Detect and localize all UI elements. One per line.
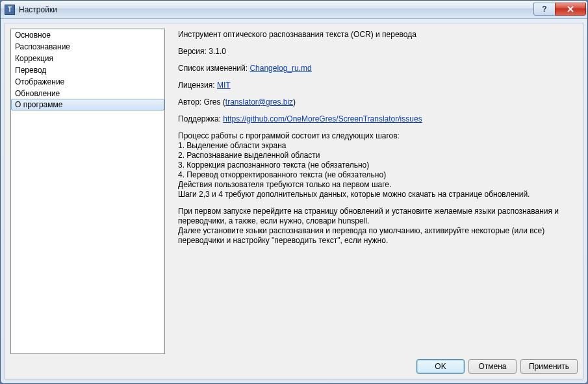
ok-button[interactable]: OK [416, 359, 465, 374]
settings-sidebar: Основное Распознавание Коррекция Перевод… [10, 29, 165, 354]
window-title: Настройки [19, 5, 57, 14]
about-support: Поддержка: https://github.com/OneMoreGre… [178, 114, 578, 124]
sidebar-item-display[interactable]: Отображение [11, 76, 164, 88]
close-icon [567, 6, 574, 12]
sidebar-item-correction[interactable]: Коррекция [11, 53, 164, 64]
sidebar-item-label: Отображение [15, 77, 64, 86]
sidebar-item-label: Распознавание [15, 42, 70, 51]
app-icon: T [5, 5, 15, 15]
sidebar-item-about[interactable]: О программе [11, 99, 164, 110]
help-button[interactable]: ? [533, 3, 556, 16]
about-description: Инструмент оптического распознавания тек… [178, 30, 578, 40]
sidebar-item-label: Основное [15, 31, 51, 40]
window-controls: ? [533, 3, 586, 16]
about-firstrun: При первом запуске перейдите на страницу… [178, 207, 578, 246]
titlebar: T Настройки ? [1, 1, 587, 19]
sidebar-item-label: Коррекция [15, 54, 53, 63]
sidebar-item-label: Обновление [15, 89, 60, 98]
about-changelog: Список изменений: Changelog_ru.md [178, 64, 578, 73]
support-link[interactable]: https://github.com/OneMoreGres/ScreenTra… [223, 114, 422, 123]
sidebar-item-update[interactable]: Обновление [11, 88, 164, 99]
apply-button[interactable]: Применить [520, 359, 578, 374]
about-panel: Инструмент оптического распознавания тек… [170, 29, 578, 354]
client-area: Основное Распознавание Коррекция Перевод… [5, 23, 583, 379]
close-button[interactable] [555, 3, 586, 16]
sidebar-item-label: О программе [15, 100, 62, 109]
about-author: Автор: Gres (translator@gres.biz) [178, 97, 578, 107]
author-email-link[interactable]: translator@gres.biz [225, 97, 293, 107]
changelog-link[interactable]: Changelog_ru.md [249, 64, 311, 73]
main-row: Основное Распознавание Коррекция Перевод… [10, 29, 578, 354]
settings-window: T Настройки ? Основное Распознавание Кор… [0, 0, 588, 384]
sidebar-item-general[interactable]: Основное [11, 29, 164, 41]
cancel-button[interactable]: Отмена [468, 359, 517, 374]
sidebar-item-translation[interactable]: Перевод [11, 64, 164, 76]
sidebar-item-label: Перевод [15, 66, 46, 75]
license-link[interactable]: MIT [217, 81, 231, 90]
dialog-buttons: OK Отмена Применить [10, 354, 578, 374]
about-version: Версия: 3.1.0 [178, 47, 578, 57]
about-steps: Процесс работы с программой состоит из с… [178, 131, 578, 199]
about-license: Лицензия: MIT [178, 81, 578, 90]
sidebar-item-recognition[interactable]: Распознавание [11, 41, 164, 53]
